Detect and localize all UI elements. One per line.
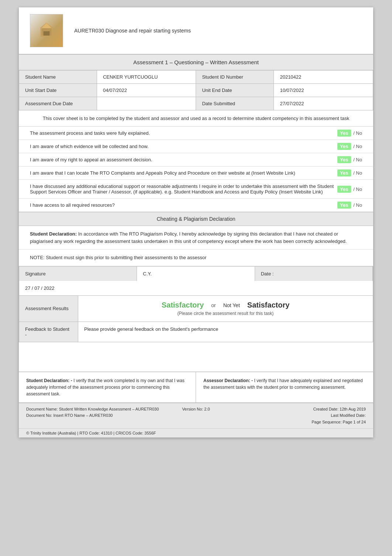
student-name-value: CENKER YURTCUOGLU bbox=[97, 71, 196, 84]
student-declaration-label: Student Declaration: bbox=[30, 231, 77, 237]
logo bbox=[30, 14, 63, 47]
doc-name-label: Document Name: bbox=[26, 407, 58, 411]
copyright-bar: © Trinity Institute (Australia) | RTO Co… bbox=[19, 428, 373, 437]
plagiarism-title: Cheating & Plagiarism Declaration bbox=[19, 212, 373, 226]
footer-right: Created Date: 12th Aug 2019 Last Modifie… bbox=[214, 406, 366, 426]
header-title: AURETR030 Diagnose and repair starting s… bbox=[74, 28, 191, 34]
dates-row-1: Unit Start Date 04/07/2022 Unit End Date… bbox=[19, 84, 373, 97]
yn-row-5: I have access to all required resources?… bbox=[19, 199, 373, 212]
yn-badge-wrap-3: Yes / No bbox=[337, 170, 362, 176]
copyright-text: © Trinity Institute (Australia) | RTO Co… bbox=[26, 431, 156, 435]
svg-rect-2 bbox=[44, 31, 50, 36]
footer-center: Version No: 2.0 bbox=[182, 406, 210, 413]
yn-text-0: The assessment process and tasks were fu… bbox=[30, 130, 337, 136]
date-submitted-label: Date Submitted bbox=[196, 97, 274, 110]
feedback-row: Feedback to Student - Please provide gen… bbox=[19, 322, 373, 342]
yn-container: The assessment process and tasks were fu… bbox=[19, 127, 373, 212]
last-modified-label: Last Modified Date: bbox=[331, 413, 366, 418]
page-sequence-line: Page Sequence: Page 1 of 24 bbox=[214, 419, 366, 426]
results-row: Assessment Results Satisfactory or Not Y… bbox=[19, 296, 373, 322]
yn-row-3: I am aware that I can locate The RTO Com… bbox=[19, 167, 373, 180]
yn-badge-wrap-1: Yes / No bbox=[337, 144, 362, 149]
yn-badge-wrap-4: Yes / No bbox=[337, 186, 362, 192]
assessor-decl-cell: Assessor Declaration: - I verify that I … bbox=[196, 372, 373, 402]
yn-text-2: I am aware of my right to appeal an asse… bbox=[30, 157, 337, 162]
satisfactory2-text: Satisfactory bbox=[247, 301, 290, 309]
info-table: Student Name CENKER YURTCUOGLU Student I… bbox=[19, 70, 373, 110]
due-date-label: Assessment Due Date bbox=[19, 97, 97, 110]
created-line: Created Date: 12th Aug 2019 bbox=[214, 406, 366, 413]
unit-end-label: Unit End Date bbox=[196, 84, 274, 97]
due-date-value bbox=[97, 97, 196, 110]
doc-no-value: Insert RTO Name – AURETR030 bbox=[53, 413, 113, 418]
yn-text-3: I am aware that I can locate The RTO Com… bbox=[30, 170, 337, 176]
assessment-title: Assessment 1 – Questioning – Written Ass… bbox=[19, 55, 373, 70]
yn-badge-wrap-2: Yes / No bbox=[337, 157, 362, 162]
last-modified-line: Last Modified Date: bbox=[214, 412, 366, 419]
footer-left: Document Name: Student Written Knowledge… bbox=[26, 406, 178, 419]
assessor-decl-label: Assessor Declaration: - bbox=[203, 378, 253, 383]
yes-badge-5: Yes bbox=[337, 202, 351, 209]
yes-badge-3: Yes bbox=[337, 169, 351, 176]
student-id-label: Student ID Number bbox=[196, 71, 274, 84]
date-label: Date : bbox=[255, 267, 373, 281]
doc-no-label: Document No: bbox=[26, 413, 52, 418]
no-text-2: / No bbox=[352, 157, 362, 162]
student-decl-cell: Student Declaration: - I verify that the… bbox=[19, 372, 196, 402]
doc-no-line: Document No: Insert RTO Name – AURETR030 bbox=[26, 412, 178, 419]
doc-footer: Document Name: Student Written Knowledge… bbox=[19, 403, 373, 429]
yes-badge-4: Yes bbox=[337, 186, 351, 193]
yes-badge-1: Yes bbox=[337, 143, 351, 150]
note-text: NOTE: Student must sign this prior to su… bbox=[30, 255, 206, 260]
empty-space bbox=[19, 342, 373, 372]
yn-badge-wrap-0: Yes / No bbox=[337, 130, 362, 136]
student-decl-label: Student Declaration: - bbox=[26, 378, 72, 383]
student-name-row: Student Name CENKER YURTCUOGLU Student I… bbox=[19, 71, 373, 84]
yes-badge-0: Yes bbox=[337, 130, 351, 137]
unit-start-label: Unit Start Date bbox=[19, 84, 97, 97]
signature-value: C.Y. bbox=[137, 267, 255, 281]
results-content: Satisfactory or Not Yet Satisfactory (Pl… bbox=[78, 297, 373, 320]
satisfactory-text: Satisfactory bbox=[162, 301, 204, 309]
no-text-3: / No bbox=[352, 170, 362, 176]
unit-end-value: 10/07/2022 bbox=[274, 84, 373, 97]
results-sub: (Please circle the assessment result for… bbox=[84, 311, 367, 316]
no-text-4: / No bbox=[352, 186, 362, 192]
unit-start-value: 04/07/2022 bbox=[97, 84, 196, 97]
signature-label: Signature bbox=[19, 267, 137, 281]
doc-name-line: Document Name: Student Written Knowledge… bbox=[26, 406, 178, 413]
yn-text-4: I have discussed any additional educatio… bbox=[30, 183, 337, 195]
date-value: 27 / 07 / 2022 bbox=[19, 281, 137, 295]
no-text-0: / No bbox=[352, 130, 362, 136]
version-label: Version No: bbox=[182, 407, 203, 411]
or-text: or bbox=[211, 302, 216, 308]
yes-badge-2: Yes bbox=[337, 156, 351, 163]
yn-text-5: I have access to all required resources? bbox=[30, 202, 337, 208]
page-sequence-value: Page 1 of 24 bbox=[343, 420, 366, 424]
declarations-row: Student Declaration: - I verify that the… bbox=[19, 372, 373, 403]
no-text-1: / No bbox=[352, 144, 362, 149]
date-submitted-value: 27/07/2022 bbox=[274, 97, 373, 110]
yn-row-0: The assessment process and tasks were fu… bbox=[19, 127, 373, 140]
doc-name-value: Student Written Knowledge Assessment – A… bbox=[59, 407, 159, 411]
cover-notice: This cover sheet is to be completed by t… bbox=[19, 110, 373, 127]
no-text-5: / No bbox=[352, 202, 362, 208]
results-main: Satisfactory or Not Yet Satisfactory bbox=[84, 301, 367, 309]
not-yet-text: Not Yet bbox=[223, 302, 240, 308]
yn-row-2: I am aware of my right to appeal an asse… bbox=[19, 153, 373, 167]
page-sequence-label: Page Sequence: bbox=[312, 420, 341, 424]
feedback-label: Feedback to Student - bbox=[19, 322, 78, 342]
note-block: NOTE: Student must sign this prior to su… bbox=[19, 250, 373, 266]
yn-badge-wrap-5: Yes / No bbox=[337, 202, 362, 208]
results-label: Assessment Results bbox=[19, 296, 78, 322]
student-declaration-text: In accordance with The RTO Plagiarism Po… bbox=[30, 231, 347, 244]
dates-row-2: Assessment Due Date Date Submitted 27/07… bbox=[19, 97, 373, 110]
signature-row: Signature C.Y. Date : 27 / 07 / 2022 bbox=[19, 266, 373, 296]
created-value: 12th Aug 2019 bbox=[340, 407, 366, 411]
student-name-label: Student Name bbox=[19, 71, 97, 84]
student-id-value: 20210422 bbox=[274, 71, 373, 84]
header: AURETR030 Diagnose and repair starting s… bbox=[19, 7, 373, 55]
yn-text-1: I am aware of which evidence will be col… bbox=[30, 144, 337, 149]
page: AURETR030 Diagnose and repair starting s… bbox=[19, 7, 373, 437]
version-value: 2.0 bbox=[204, 407, 210, 411]
